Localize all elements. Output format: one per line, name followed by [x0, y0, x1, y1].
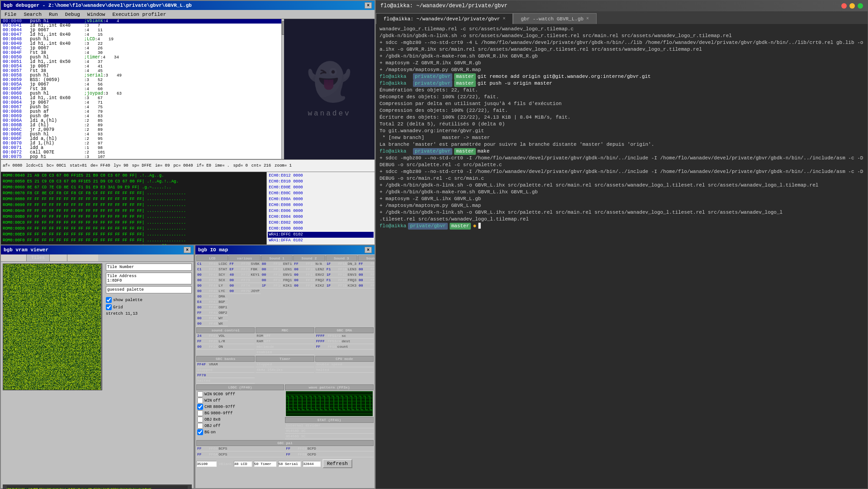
lddc-obj2-checkbox[interactable]: [197, 423, 203, 429]
terminal-line: wanadev_logo_r.tilemap.rel -c src/assets…: [379, 26, 864, 33]
debugger-close-button[interactable]: ×: [365, 2, 372, 9]
vram-close-button[interactable]: ×: [184, 247, 191, 253]
io-lcd-dma: 00FF46DMA: [196, 294, 228, 299]
reg-cnt-label: cnt= 216: [251, 163, 271, 168]
terminal-minimize-button[interactable]: [849, 3, 855, 9]
terminal-line: Énumération des objets: 22, fait.: [379, 87, 864, 94]
terminal-line: .tileset.rel src/assets/wanadev_logo_l.t…: [379, 216, 864, 223]
io-var-fbk: EFFF71FBK: [228, 267, 260, 272]
lddc-win-checkbox[interactable]: [197, 391, 203, 397]
vblank-input[interactable]: [196, 461, 217, 467]
reg-af-val: 0080: [13, 163, 23, 168]
terminal-line: * [new branch] master -> master: [379, 134, 864, 141]
gbc-ff68: FFFF68BCPS: [196, 446, 285, 451]
grid-label-container[interactable]: Grid: [106, 304, 192, 310]
terminal-tab-1-close[interactable]: ×: [503, 16, 505, 21]
lddc-obj-checkbox[interactable]: [197, 417, 203, 422]
io-s3-dn3: 1FFF1ADN_3: [326, 261, 357, 267]
lddc-chr-checkbox[interactable]: [197, 404, 203, 410]
terminal-line: + maptosym -Z GBVR_R.ihx GBVR_R.gb: [379, 60, 864, 67]
lddc-bg-checkbox[interactable]: [197, 410, 203, 416]
reg-zoom-label: zoom= 1: [275, 163, 292, 168]
lddc-bg2: BG on: [197, 429, 283, 435]
refresh-button[interactable]: Refresh: [323, 459, 352, 468]
echo-line: ECH0:E00C 0000: [268, 191, 374, 197]
reg-spd-label: spd= 0: [233, 163, 247, 168]
show-palette-label[interactable]: show palette: [106, 297, 192, 303]
io-s3-len3: F1FF1BLEN3: [326, 267, 357, 272]
io-var-ff74: 00FF74: [228, 283, 260, 288]
div-val2: 05456D 3C: [285, 434, 374, 439]
io-sound1-header: Sound 1: [261, 255, 293, 261]
show-palette-checkbox[interactable]: [106, 297, 112, 303]
gbc-ff69: FFFF69BCPD: [285, 446, 374, 451]
menu-run[interactable]: Run: [45, 11, 62, 18]
io-various-header: various: [228, 255, 260, 261]
gbc-banks-header: GBC banks: [196, 356, 255, 362]
hex-line: ROM0:0080 FF FF FF FF FF FF FF FF FF FF …: [3, 197, 265, 202]
vram-content: Tile Number Tile Address 1:8DF0 guessed …: [1, 262, 194, 484]
gbc-dma-header: GBC DMA: [315, 327, 374, 333]
ie-vblank-row: VBlank Refresh: [196, 459, 374, 468]
menu-execution-profiler[interactable]: Execution profiler: [109, 11, 170, 18]
grid-checkbox[interactable]: [106, 304, 112, 310]
reg-ie-val: 09: [165, 163, 170, 168]
io-s3-env3: 1FFF1CENV3: [326, 272, 357, 278]
hex-line: ROM0:0050 E5 21 C9 C0 C3 67 00 FF1E5 21 …: [3, 179, 265, 185]
io-s4-len4: 00FF20LEN4: [358, 267, 375, 272]
terminal-line: + /gbdk-n/bin/gbdk-n-link.sh -o GBVR_L.i…: [379, 209, 864, 216]
terminal-maximize-button[interactable]: [858, 3, 863, 9]
cpu-double-speed: double speed: [315, 362, 374, 367]
vram-tab-bgmap[interactable]: BG map: [1, 254, 27, 261]
echo-line: ECH0:E000 0000: [268, 226, 374, 232]
terminal-tab-2-close[interactable]: ×: [586, 16, 589, 21]
reg-if-label: if= E0: [197, 163, 211, 168]
joypad-input[interactable]: [303, 461, 321, 467]
show-palette-container: show palette: [106, 297, 192, 303]
terminal-close-button[interactable]: [841, 3, 847, 9]
code-line[interactable]: 00:0070ld 1,(hl):297: [1, 141, 286, 146]
terminal-window: flo@aikka: ~/wanadev/devel/private/gbvr …: [375, 0, 868, 489]
vram-tab-tiles[interactable]: Tiles: [27, 254, 50, 261]
reg-ie-label: ie= 09: [155, 163, 170, 168]
io-var-ff73: 00FF73: [228, 278, 260, 283]
timer-header: Timer: [256, 356, 314, 362]
wra-line[interactable]: WRA1:DFFA 0102: [268, 238, 374, 244]
reg-lcdc-label: lcdc=C1: [26, 163, 43, 168]
lddc-win: WIN 9C00 9fff: [197, 391, 283, 397]
terminal-tab-2[interactable]: gbr --watch GBVR_L.gb ×: [513, 13, 597, 24]
reg-spd-val: 0: [245, 163, 247, 168]
terminal-tab-1[interactable]: flo@aikka: ~/wanadev/devel/private/gbvr …: [376, 13, 513, 24]
echo-line: ECH0:E00E 0000: [268, 185, 374, 191]
io-lcd-obp2: FFFF49OBP2: [196, 310, 228, 316]
io-s3-kik3: 1FFF1EKIK3: [326, 283, 357, 288]
gbc-dma-section: GBC DMA FFFFFF51/2sc FFFFFF53/4dest FFFF…: [315, 327, 374, 355]
gbc-ff6b: FFFF6BOCPD: [285, 452, 374, 457]
lddc-bg: BG 9800-9fff: [197, 410, 283, 416]
menu-file[interactable]: File: [1, 11, 20, 18]
io-lcd-stat: C1FF41STAT: [196, 267, 228, 272]
gbc-dma-count: FFFF55count: [315, 344, 374, 350]
reg-lcdc-val: C1: [38, 163, 43, 168]
serial58-input[interactable]: [278, 461, 301, 467]
code-line[interactable]: 00:0075pop h1:3107: [1, 155, 286, 159]
lddc-bg2-checkbox[interactable]: [197, 429, 203, 435]
lcd2-input[interactable]: [234, 461, 252, 467]
lddc-win2-checkbox[interactable]: [197, 398, 203, 403]
terminal-line: + sdcc -mgbz80 --no-std-crt0 -4 L /home/…: [379, 39, 864, 53]
timer50-input[interactable]: [254, 461, 276, 467]
reg-ime-label: ime= .: [215, 163, 229, 168]
io-map-close-button[interactable]: ×: [365, 247, 372, 253]
terminal-prompt-line: flo@aikka private/gbvr master make: [379, 148, 864, 155]
menu-window[interactable]: Window: [84, 11, 109, 18]
gbc-halted-entry: halted: [196, 378, 255, 384]
vram-tab-palettes[interactable]: Palettes: [67, 254, 98, 261]
menu-search[interactable]: Search: [20, 11, 45, 18]
menu-debug[interactable]: Debug: [62, 11, 84, 18]
wra-line[interactable]: WRA1:DFFC 0102: [268, 232, 374, 238]
hex-line: ROM0:00D0 FF FF FF FF FF FF FF FF FF FF …: [3, 226, 265, 232]
vram-tab-oam[interactable]: OAM: [50, 254, 67, 261]
reg-cnt-val: 216: [264, 163, 271, 168]
wave-header: wave pattern (FF3x): [285, 384, 374, 390]
guessed-palette-label: guessed palette: [107, 288, 190, 292]
